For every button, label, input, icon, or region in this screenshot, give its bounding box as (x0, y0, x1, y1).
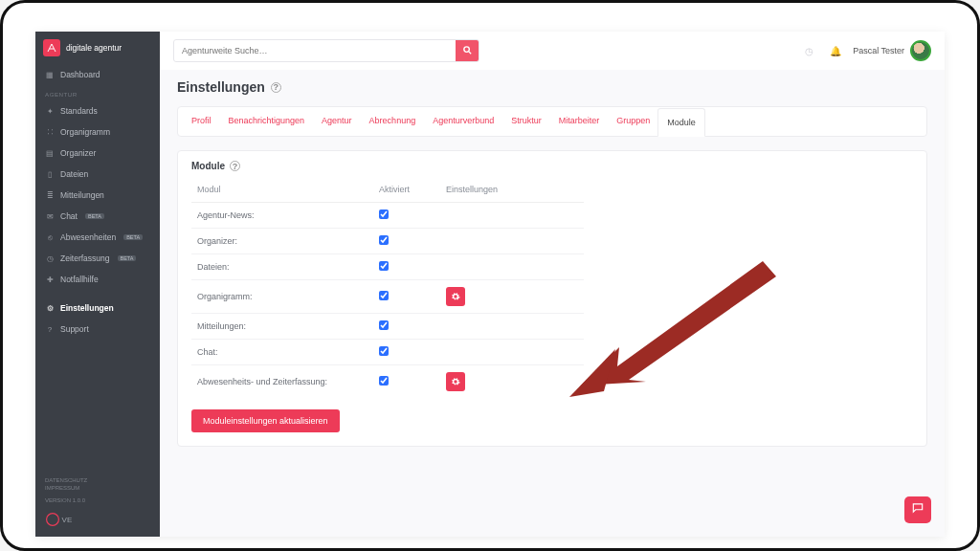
help-icon[interactable]: ? (271, 82, 281, 93)
footer-version: VERSION 1.0.0 (45, 496, 150, 504)
module-active-checkbox[interactable] (379, 261, 389, 271)
module-active-checkbox[interactable] (379, 346, 389, 356)
user-chip[interactable]: Pascal Tester (853, 40, 931, 61)
search-button[interactable] (456, 39, 479, 62)
tab-abrechnung[interactable]: Abrechnung (368, 107, 418, 136)
gear-icon (451, 375, 460, 389)
table-row: Dateien: (191, 254, 584, 280)
footer-impressum[interactable]: IMPRESSUM (45, 484, 150, 492)
gear-icon (451, 290, 460, 304)
module-active-checkbox[interactable] (379, 291, 389, 300)
beta-badge: BETA (85, 213, 104, 219)
tab-module[interactable]: Module (665, 107, 698, 136)
sidebar-item-standards[interactable]: ✦ Standards (35, 100, 160, 121)
module-settings-cell (440, 203, 584, 229)
tab-agenturverbund[interactable]: Agenturverbund (431, 107, 496, 136)
sidebar: digitale agentur ▦ Dashboard AGENTUR ✦ S… (35, 32, 160, 537)
sidebar-item-label: Mitteilungen (60, 190, 104, 200)
sidebar-item-dateien[interactable]: ▯ Dateien (35, 164, 160, 185)
sidebar-item-zeiterfassung[interactable]: ◷ Zeiterfassung BETA (35, 248, 160, 269)
card-title-text: Module (191, 161, 225, 171)
sidebar-item-label: Dashboard (60, 70, 100, 79)
sidebar-item-organigramm[interactable]: ⸬ Organigramm (35, 121, 160, 143)
sidebar-item-chat[interactable]: ✉ Chat BETA (35, 206, 160, 227)
col-einstellungen: Einstellungen (440, 179, 584, 203)
news-icon: ≣ (45, 191, 55, 200)
chat-fab[interactable] (904, 496, 931, 523)
beta-badge: BETA (123, 234, 143, 240)
avatar (910, 40, 931, 61)
tab-struktur[interactable]: Struktur (509, 107, 544, 136)
module-label: Abwesenheits- und Zeiterfassung: (191, 365, 373, 399)
sidebar-item-dashboard[interactable]: ▦ Dashboard (35, 64, 160, 85)
module-active-cell (373, 280, 440, 314)
module-settings-button[interactable] (446, 372, 465, 391)
sidebar-item-mitteilungen[interactable]: ≣ Mitteilungen (35, 185, 160, 206)
vve-logo-icon: VE (45, 510, 150, 529)
module-label: Organizer: (191, 229, 373, 254)
col-aktiviert: Aktiviert (373, 179, 440, 203)
submit-button[interactable]: Moduleinstellungen aktualisieren (191, 409, 340, 432)
dashboard-icon: ▦ (45, 71, 55, 79)
user-name: Pascal Tester (853, 46, 904, 55)
bell-icon[interactable]: 🔔 (826, 41, 845, 60)
help-icon: ✚ (45, 276, 55, 284)
module-label: Agentur-News: (191, 203, 373, 229)
table-row: Agentur-News: (191, 203, 584, 229)
question-icon: ? (45, 325, 55, 334)
module-active-checkbox[interactable] (379, 209, 389, 219)
svg-point-0 (47, 514, 59, 526)
module-settings-button[interactable] (446, 287, 465, 306)
main: ◷ 🔔 Pascal Tester Einstellungen ? Profil… (160, 32, 945, 537)
tab-agentur[interactable]: Agentur (320, 107, 354, 136)
org-icon: ⸬ (45, 127, 55, 137)
table-row: Mitteilungen: (191, 314, 584, 340)
search-icon (462, 44, 473, 58)
page: Einstellungen ? Profil Benachrichtigunge… (160, 70, 945, 537)
chat-icon (911, 501, 924, 518)
svg-point-2 (463, 46, 469, 52)
module-settings-cell (440, 314, 584, 340)
sidebar-section-label: AGENTUR (35, 85, 160, 100)
chat-icon: ✉ (45, 212, 55, 221)
module-table: Modul Aktiviert Einstellungen Agentur-Ne… (191, 179, 584, 398)
file-icon: ▯ (45, 170, 55, 179)
table-row: Organizer: (191, 229, 584, 254)
sidebar-item-abwesenheiten[interactable]: ⎋ Abwesenheiten BETA (35, 227, 160, 248)
sidebar-item-label: Support (60, 324, 89, 334)
card-title: Module ? (191, 161, 913, 171)
tab-benachrichtigungen[interactable]: Benachrichtigungen (227, 107, 307, 136)
module-settings-cell (440, 229, 584, 254)
search-input[interactable] (174, 46, 456, 55)
sidebar-item-notfallhilfe[interactable]: ✚ Notfallhilfe (35, 269, 160, 290)
help-icon[interactable]: ? (230, 161, 240, 171)
footer-privacy[interactable]: DATENSCHUTZ (45, 476, 150, 484)
module-active-checkbox[interactable] (379, 376, 389, 386)
tab-mitarbeiter[interactable]: Mitarbeiter (557, 107, 602, 136)
sidebar-item-label: Organizer (60, 148, 96, 158)
sidebar-footer: DATENSCHUTZ IMPRESSUM VERSION 1.0.0 VE (35, 471, 160, 537)
module-settings-cell (440, 254, 584, 280)
calendar-icon: ▤ (45, 149, 55, 158)
sidebar-item-label: Einstellungen (60, 303, 114, 313)
bulb-icon: ✦ (45, 107, 55, 116)
absence-icon: ⎋ (45, 233, 55, 242)
table-row: Organigramm: (191, 280, 584, 314)
tab-profil[interactable]: Profil (189, 107, 213, 136)
module-active-checkbox[interactable] (379, 235, 389, 245)
sidebar-item-support[interactable]: ? Support (35, 319, 160, 340)
tab-gruppen[interactable]: Gruppen (614, 107, 652, 136)
page-title: Einstellungen ? (177, 79, 927, 95)
table-row: Chat: (191, 340, 584, 365)
module-settings-cell (440, 365, 584, 399)
history-icon[interactable]: ◷ (799, 41, 818, 60)
sidebar-item-label: Notfallhilfe (60, 275, 99, 284)
sidebar-item-organizer[interactable]: ▤ Organizer (35, 143, 160, 164)
module-active-checkbox[interactable] (379, 320, 389, 330)
module-label: Dateien: (191, 254, 373, 280)
table-row: Abwesenheits- und Zeiterfassung: (191, 365, 584, 399)
sidebar-item-label: Zeiterfassung (60, 253, 110, 263)
brand: digitale agentur (35, 32, 160, 64)
tabs: Profil Benachrichtigungen Agentur Abrech… (177, 106, 927, 137)
sidebar-item-einstellungen[interactable]: ⚙ Einstellungen (35, 298, 160, 319)
